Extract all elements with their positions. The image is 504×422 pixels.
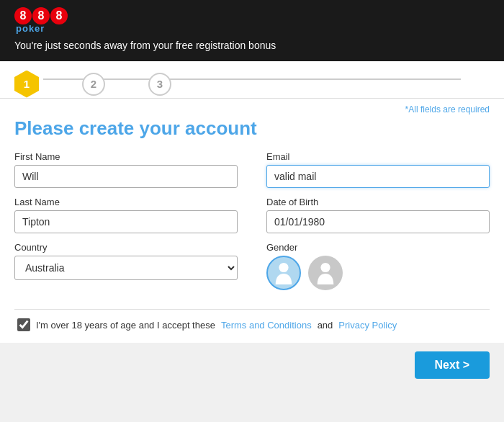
required-note: *All fields are required bbox=[14, 104, 490, 115]
gender-group: Gender bbox=[266, 242, 490, 290]
step-3-badge[interactable]: 3 bbox=[148, 73, 171, 96]
right-column: Email Date of Birth Gender bbox=[266, 151, 490, 299]
divider bbox=[14, 309, 490, 310]
eight-1-icon: 8 bbox=[14, 7, 32, 24]
checkbox-row: I'm over 18 years of age and I accept th… bbox=[14, 318, 490, 331]
gender-female-icon[interactable] bbox=[308, 256, 343, 290]
first-name-label: First Name bbox=[14, 151, 238, 162]
country-label: Country bbox=[14, 242, 238, 253]
left-column: First Name Last Name Country Australia U… bbox=[14, 151, 238, 299]
gender-male-icon[interactable] bbox=[266, 256, 301, 290]
svg-point-0 bbox=[279, 263, 288, 272]
email-group: Email bbox=[266, 151, 490, 188]
step-2-badge[interactable]: 2 bbox=[82, 73, 105, 96]
next-button[interactable]: Next > bbox=[415, 351, 490, 379]
steps-bar: 1 2 3 bbox=[0, 61, 504, 99]
country-select[interactable]: Australia United States United Kingdom C… bbox=[14, 256, 238, 280]
last-name-group: Last Name bbox=[14, 197, 238, 233]
terms-link[interactable]: Terms and Conditions bbox=[221, 320, 312, 331]
step-1-badge[interactable]: 1 bbox=[14, 71, 39, 98]
dob-input[interactable] bbox=[266, 210, 490, 233]
checkbox-text: I'm over 18 years of age and I accept th… bbox=[36, 320, 215, 331]
svg-point-1 bbox=[320, 263, 330, 272]
first-name-group: First Name bbox=[14, 151, 238, 188]
logo-container: 8 8 8 poker bbox=[14, 7, 68, 34]
last-name-input[interactable] bbox=[14, 210, 238, 233]
privacy-link[interactable]: Privacy Policy bbox=[338, 320, 397, 331]
footer: Next > bbox=[0, 343, 504, 387]
dob-label: Date of Birth bbox=[266, 197, 490, 207]
header-tagline: You're just seconds away from your free … bbox=[14, 40, 276, 51]
email-label: Email bbox=[266, 151, 490, 162]
steps-container: 1 2 3 bbox=[14, 71, 171, 98]
gender-label: Gender bbox=[266, 242, 490, 253]
email-input[interactable] bbox=[266, 165, 490, 188]
gender-container bbox=[266, 256, 490, 290]
last-name-label: Last Name bbox=[14, 197, 238, 207]
country-group: Country Australia United States United K… bbox=[14, 242, 238, 280]
content: *All fields are required Please create y… bbox=[0, 99, 504, 343]
logo-poker: poker bbox=[16, 23, 45, 34]
first-name-input[interactable] bbox=[14, 165, 238, 188]
header: 8 8 8 poker You're just seconds away fro… bbox=[0, 0, 504, 61]
dob-group: Date of Birth bbox=[266, 197, 490, 233]
eight-3-icon: 8 bbox=[50, 7, 68, 24]
page-title: Please create your account bbox=[14, 117, 490, 140]
age-checkbox[interactable] bbox=[17, 318, 30, 331]
form-grid: First Name Last Name Country Australia U… bbox=[14, 151, 490, 299]
eight-2-icon: 8 bbox=[32, 7, 50, 24]
and-text: and bbox=[318, 320, 333, 331]
